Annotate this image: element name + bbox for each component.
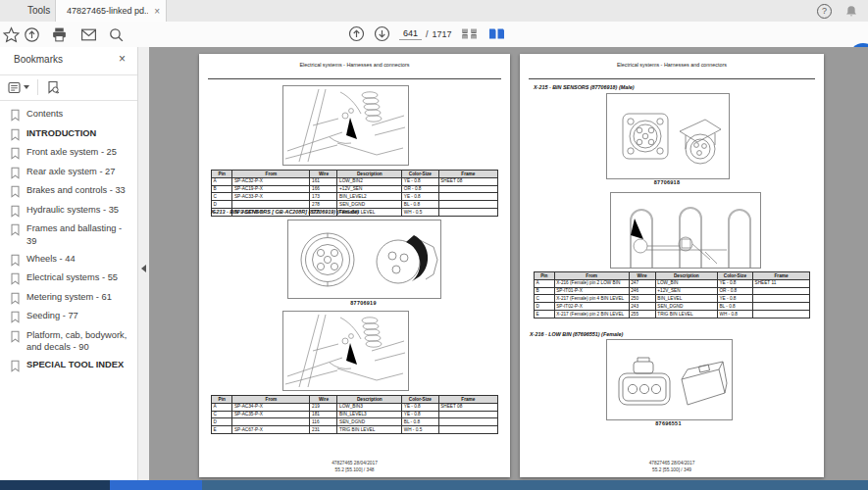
table-cell: SP-AC19-P-X bbox=[232, 185, 310, 193]
table-cell: X-217 (Female) pin 4 BIN LEVEL bbox=[554, 295, 629, 303]
table-header-cell: Pin bbox=[212, 171, 232, 178]
table-row: D278SEN_DGNDBL - 0.8 bbox=[212, 201, 498, 209]
share-upload-icon[interactable] bbox=[24, 26, 40, 43]
table-row: BSP-AC19-P-X166+12V_SENOR - 0.8 bbox=[212, 185, 498, 193]
table-cell: YE - 0.8 bbox=[402, 193, 438, 201]
header-rule bbox=[208, 78, 501, 79]
help-icon[interactable]: ? bbox=[817, 4, 832, 19]
bookmark-item-label: Frames and ballasting - 39 bbox=[26, 222, 133, 247]
bookmark-item[interactable]: Front axle system - 25 bbox=[10, 146, 133, 160]
table-cell: C bbox=[212, 193, 232, 201]
bookmark-item[interactable]: SPECIAL TOOL INDEX bbox=[10, 359, 133, 372]
table-cell: X-217 (Female) pin 2 BIN LEVEL bbox=[554, 311, 629, 318]
table-cell: YE - 0.8 bbox=[402, 177, 438, 185]
table-cell: SP-AC35-P-X bbox=[232, 411, 310, 418]
page-thumbnails-icon[interactable] bbox=[461, 25, 479, 42]
table-header-cell: Pin bbox=[535, 272, 555, 280]
page-footer: 47827465 28/04/2017 55.2 [55.100] / 348 bbox=[199, 460, 510, 473]
table-row: AX-216 (Female) pin 2 LOW BIN247LOW_BINY… bbox=[535, 279, 810, 287]
bookmark-item-label: Seeding - 77 bbox=[26, 310, 78, 322]
table-cell: E bbox=[212, 426, 232, 434]
next-page-icon[interactable] bbox=[374, 25, 390, 42]
bookmark-item[interactable]: INTRODUCTION bbox=[10, 127, 133, 141]
taskbar-segment-steel bbox=[202, 480, 868, 490]
table-header-cell: Pin bbox=[212, 396, 232, 404]
connector-part-number: 87696551 bbox=[606, 420, 731, 426]
bookmark-item[interactable]: Metering system - 61 bbox=[10, 291, 133, 305]
table-cell: B bbox=[212, 185, 232, 193]
tab-document[interactable]: 47827465-linked pd... × bbox=[55, 0, 167, 22]
footer-doc-number: 47827465 28/04/2017 bbox=[199, 460, 510, 466]
search-icon[interactable] bbox=[108, 26, 125, 43]
table-row: ESP-AC67-P-X231TRIG BIN LEVELWH - 0.5 bbox=[212, 426, 498, 434]
taskbar-segment-blue[interactable] bbox=[110, 480, 202, 490]
bookmark-item[interactable]: Hydraulic systems - 35 bbox=[10, 204, 133, 218]
bookmark-options-icon[interactable] bbox=[8, 81, 29, 94]
previous-page-icon[interactable] bbox=[348, 25, 365, 42]
bookmark-item-label: Electrical systems - 55 bbox=[26, 271, 118, 284]
table-row: EX-217 (Female) pin 2 BIN LEVEL255TRIG B… bbox=[535, 311, 810, 318]
bookmark-item[interactable]: Electrical systems - 55 bbox=[10, 271, 133, 285]
page-separator: / bbox=[426, 29, 429, 39]
footer-page-number: 55.2 [55.100] / 349 bbox=[520, 466, 824, 473]
bookmark-item-label: Metering system - 61 bbox=[26, 291, 112, 304]
table-cell: SEN_DGND bbox=[337, 201, 402, 209]
table-cell: A bbox=[212, 177, 232, 185]
bookmark-item[interactable]: Brakes and controls - 33 bbox=[10, 184, 133, 198]
tab-document-label: 47827465-linked pd... bbox=[56, 6, 148, 16]
table-header-cell: Wire bbox=[310, 171, 337, 178]
bookmark-icon bbox=[10, 272, 21, 285]
tab-tools[interactable]: Tools bbox=[20, 0, 58, 22]
taskbar-strip bbox=[0, 480, 868, 490]
table-cell: BL - 0.8 bbox=[717, 303, 752, 311]
table-cell: LOW_BIN2 bbox=[337, 177, 402, 185]
table-cell bbox=[438, 193, 497, 201]
table-cell bbox=[232, 418, 310, 426]
bookmark-item[interactable]: Platform, cab, bodywork, and decals - 90 bbox=[10, 329, 133, 354]
table-cell: SP-AC34-P-X bbox=[232, 403, 310, 411]
email-icon[interactable] bbox=[80, 26, 97, 43]
bookmark-icon bbox=[10, 360, 21, 372]
table-cell: YE - 0.8 bbox=[717, 279, 752, 287]
window-tab-bar: Tools 47827465-linked pd... × ? bbox=[0, 0, 868, 23]
favorite-star-icon[interactable] bbox=[3, 26, 20, 43]
bookmark-item-label: INTRODUCTION bbox=[26, 127, 96, 140]
bookmark-item-label: Platform, cab, bodywork, and decals - 90 bbox=[26, 329, 133, 354]
table-cell bbox=[438, 411, 497, 418]
tab-close-icon[interactable]: × bbox=[148, 6, 166, 17]
table-cell: LOW_BIN3 bbox=[337, 403, 402, 411]
figure-circular-connector-illustration bbox=[287, 220, 441, 299]
table-row: BSP-IT01-P-X246+12V_SENOR - 0.8 bbox=[535, 287, 810, 295]
bookmark-item[interactable]: Wheels - 44 bbox=[10, 253, 133, 267]
bookmark-icon bbox=[10, 311, 21, 323]
table-cell bbox=[752, 303, 809, 311]
collapse-panel-icon[interactable] bbox=[141, 265, 146, 272]
table-cell bbox=[232, 201, 310, 209]
table-cell: +12V_SEN bbox=[337, 185, 402, 193]
acrobat-window: Tools 47827465-linked pd... × ? bbox=[0, 0, 868, 490]
table-cell bbox=[752, 287, 809, 295]
page-number-input[interactable]: 641 bbox=[399, 27, 422, 40]
table-cell: 173 bbox=[310, 193, 337, 201]
bookmark-item[interactable]: Contents bbox=[10, 108, 133, 122]
table-row: D116SEN_DGNDBL - 0.8 bbox=[212, 418, 498, 426]
bookmark-icon bbox=[10, 292, 21, 305]
footer-page-number: 55.2 [55.100] / 348 bbox=[199, 466, 510, 473]
two-page-view-icon[interactable] bbox=[487, 25, 506, 42]
bookmark-item[interactable]: Frames and ballasting - 39 bbox=[10, 222, 133, 247]
caption-x216: X-216 - LOW BIN (87696551) (Female) bbox=[530, 331, 623, 337]
table-cell: 166 bbox=[310, 185, 337, 193]
print-icon[interactable] bbox=[51, 26, 68, 43]
table-header-cell: Description bbox=[337, 171, 402, 178]
bookmark-item-label: SPECIAL TOOL INDEX bbox=[26, 359, 124, 371]
notifications-bell-icon[interactable] bbox=[844, 4, 858, 19]
table-cell: 231 bbox=[310, 426, 337, 434]
bookmark-item[interactable]: Rear axle system - 27 bbox=[10, 166, 133, 179]
bookmark-item[interactable]: Seeding - 77 bbox=[10, 310, 133, 323]
table-cell: WH - 0.5 bbox=[402, 426, 438, 434]
table-cell: C bbox=[212, 411, 232, 418]
table-header-cell: Color-Size bbox=[402, 396, 438, 404]
expand-current-bookmark-icon[interactable] bbox=[46, 80, 60, 94]
page-header-title: Electrical systems - Harnesses and conne… bbox=[199, 62, 510, 68]
bookmarks-close-icon[interactable]: × bbox=[119, 52, 126, 66]
